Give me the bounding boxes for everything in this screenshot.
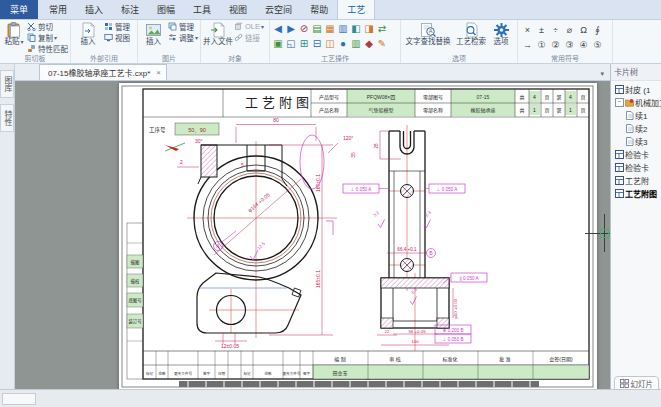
document-tab[interactable]: 07-15橡胶轴承座工艺卡.cxp* ×	[39, 64, 167, 80]
tab-overflow-icon[interactable]: ▾	[598, 68, 606, 80]
process-op-import-card-icon[interactable]: ◨	[363, 23, 375, 35]
symbol-circled2-button[interactable]: ②	[548, 38, 563, 53]
menu-tab-frame[interactable]: 图幅	[148, 0, 184, 19]
card-tree-title: 卡片树	[611, 64, 661, 81]
process-op-next-card-icon[interactable]: ▶	[285, 23, 297, 35]
tree-item-attachment1[interactable]: 工艺附	[611, 174, 661, 187]
menu-tab-tools[interactable]: 工具	[184, 0, 220, 19]
image-adjust-button[interactable]: 调整	[168, 32, 198, 43]
document-insert-icon	[80, 22, 97, 38]
tree-item-cont2[interactable]: 续2	[611, 122, 661, 135]
symbol-circled1-button[interactable]: ①	[534, 38, 549, 53]
process-card-sheet[interactable]: 工艺附图 产品型号 PFQW08×四 零部图号 07-15 产品名称 气垫船模型…	[119, 83, 597, 391]
symbol-diameter-button[interactable]: ⌀	[562, 23, 577, 38]
svg-text:零部图号: 零部图号	[423, 94, 443, 101]
match-properties-label: 特性匹配	[38, 43, 68, 54]
tree-item-inspection1[interactable]: 检验卡	[611, 148, 661, 161]
clipboard-icon	[6, 22, 23, 38]
symbol-arrow-button[interactable]: →	[520, 38, 535, 53]
tree-item-inspection2[interactable]: 检验卡	[611, 161, 661, 174]
menu-tab-view[interactable]: 视图	[220, 0, 256, 19]
dimension-label: 66.4 +0.1	[397, 247, 417, 252]
symbol-ohm-button[interactable]: Ω	[576, 23, 591, 38]
group-label-image: 图片	[140, 54, 198, 63]
menu-tab-cloud[interactable]: 云空间	[256, 0, 301, 19]
xref-manage-label: 管理	[115, 21, 130, 32]
menu-tab-root[interactable]: 菜单	[0, 0, 38, 19]
process-search-button[interactable]: 工艺检索	[453, 21, 489, 46]
drawing-title: 工艺附图	[245, 95, 313, 110]
match-properties-button[interactable]: 特性匹配	[27, 43, 68, 54]
image-manage-button[interactable]: 管理	[168, 21, 198, 32]
link-label: 链接	[245, 32, 260, 43]
symbol-plusminus-button[interactable]: ±	[534, 23, 549, 38]
xref-view-button[interactable]: 视图	[104, 32, 130, 43]
copy-button[interactable]: 复制	[27, 32, 68, 43]
process-op-export-card-icon[interactable]: ◧	[350, 23, 362, 35]
find-replace-icon: A	[420, 22, 437, 38]
symbol-multiply-button[interactable]: ×	[520, 23, 535, 38]
cut-button[interactable]: 剪切	[27, 21, 68, 32]
tree-item-cont1[interactable]: 续1	[611, 109, 661, 122]
process-attachment-drawing: 工艺附图 产品型号 PFQW08×四 零部图号 07-15 产品名称 气垫船模型…	[119, 83, 597, 391]
dimension-label: 28	[374, 143, 379, 149]
tree-item-machining[interactable]: − 机械加工	[611, 96, 661, 109]
image-insert-button[interactable]: 插入	[140, 21, 167, 46]
process-op-symbol-icon[interactable]: ◆	[363, 38, 375, 50]
merge-file-button[interactable]: 并入文件	[203, 21, 233, 46]
process-op-add-row-icon[interactable]: ⊞	[298, 38, 310, 50]
symbol-integral-button[interactable]: ∮	[590, 23, 605, 38]
link-button[interactable]: 链接	[234, 32, 264, 43]
collapse-icon[interactable]: −	[615, 98, 624, 107]
svg-text:描校: 描校	[131, 278, 140, 285]
find-replace-button[interactable]: A 文字查找替换	[403, 21, 453, 46]
svg-text:页: 页	[580, 94, 585, 101]
process-op-prev-card-icon[interactable]: ◀	[272, 23, 284, 35]
process-op-remove-row-icon[interactable]: ⊟	[311, 38, 323, 50]
menu-tab-help[interactable]: 帮助	[301, 0, 337, 19]
process-op-table-grid-icon[interactable]: ▥	[350, 38, 362, 50]
paste-button[interactable]: 粘贴	[2, 21, 26, 46]
sidebar-tab-properties[interactable]: 特性	[0, 104, 14, 132]
card-icon	[615, 150, 624, 159]
symbol-divide-button[interactable]: ÷	[548, 23, 563, 38]
process-op-card-manage-icon[interactable]: ▦	[324, 23, 336, 35]
svg-text:工序号: 工序号	[149, 126, 166, 134]
drawing-canvas[interactable]: 工艺附图 产品型号 PFQW08×四 零部图号 07-15 产品名称 气垫船模型…	[15, 81, 610, 392]
tree-item-cont3[interactable]: 续3	[611, 135, 661, 148]
menu-tab-common[interactable]: 常用	[40, 0, 76, 19]
process-op-media-icon[interactable]: ●	[337, 38, 349, 50]
menu-tab-annotate[interactable]: 标注	[112, 0, 148, 19]
svg-text:装订号: 装订号	[128, 318, 142, 325]
xref-manage-button[interactable]: 管理	[104, 21, 130, 32]
document-close-icon[interactable]: ×	[156, 68, 161, 77]
view-icon	[104, 33, 113, 42]
ole-button[interactable]: OLE	[234, 21, 264, 32]
group-label-symbols: 常用符号	[520, 54, 610, 63]
process-op-copy-row-icon[interactable]: ◱	[285, 38, 297, 50]
process-op-split-cell-icon[interactable]: ◫	[324, 38, 336, 50]
process-op-copy-card-icon[interactable]: ▥	[337, 23, 349, 35]
options-button[interactable]: 选项	[489, 21, 513, 46]
command-input[interactable]	[2, 393, 36, 405]
symbol-circled3-button[interactable]: ③	[562, 38, 577, 53]
dimension-label: 160±0.1	[315, 174, 321, 192]
xref-insert-button[interactable]: 插入	[73, 21, 103, 46]
sidebar-tab-library[interactable]: 图库	[0, 70, 14, 98]
process-op-disable-icon[interactable]: ⊘	[298, 23, 310, 35]
menu-tab-process[interactable]: 工艺	[337, 0, 375, 19]
svg-text:⊥ 0.050 A: ⊥ 0.050 A	[351, 187, 373, 192]
capp-application-window: 菜单 常用 插入 标注 图幅 工具 视图 云空间 帮助 工艺 粘贴	[0, 0, 661, 407]
tree-item-attachment-active[interactable]: 工艺附图	[611, 187, 661, 200]
symbol-circled5-button[interactable]: ⑤	[590, 38, 605, 53]
card-icon	[615, 176, 624, 185]
menu-tab-insert[interactable]: 插入	[76, 0, 112, 19]
process-op-swap-card-icon[interactable]: ⇄	[376, 23, 388, 35]
tree-item-cover[interactable]: 封皮 (1	[611, 83, 661, 96]
process-op-fill-card-icon[interactable]: ▣	[272, 38, 284, 50]
process-op-edit-text-icon[interactable]: ✎	[376, 38, 388, 50]
ole-label: OLE	[245, 22, 260, 31]
symbol-circled4-button[interactable]: ④	[576, 38, 591, 53]
svg-text:页: 页	[580, 107, 585, 114]
process-op-edit-card-icon[interactable]: ▤	[311, 23, 323, 35]
